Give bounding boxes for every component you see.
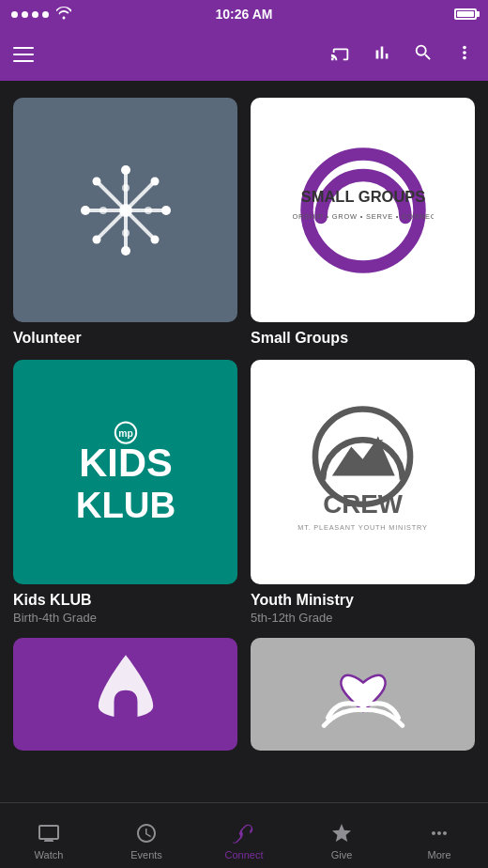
wifi-icon — [56, 7, 71, 23]
svg-text:KLUB: KLUB — [75, 485, 175, 525]
small-groups-item[interactable]: SMALL GROUPS WORSHIP • GROW • SERVE • CO… — [251, 98, 475, 347]
items-grid: Volunteer SMALL GROUPS WORSHIP • GROW • … — [13, 98, 475, 751]
partial-bg-2 — [251, 638, 475, 751]
svg-point-10 — [150, 235, 159, 243]
svg-point-11 — [150, 177, 159, 185]
signal-dot-2 — [22, 11, 28, 18]
svg-text:mp: mp — [118, 428, 133, 439]
signal-dot-1 — [11, 11, 18, 18]
svg-point-14 — [122, 229, 130, 237]
signal-dot-4 — [42, 11, 49, 18]
svg-point-5 — [121, 165, 130, 175]
tab-watch[interactable]: Watch — [0, 812, 98, 860]
svg-point-12 — [92, 235, 100, 243]
youth-ministry-subtitle: 5th-12th Grade — [251, 611, 475, 625]
kids-klub-title: Kids KLUB — [13, 592, 237, 609]
tab-bar: Watch Events Connect Give — [0, 802, 488, 868]
partial-image-1 — [13, 638, 237, 751]
give-tab-icon — [329, 821, 354, 845]
status-bar-left — [11, 7, 71, 23]
status-time: 10:26 AM — [216, 7, 273, 22]
partial-item-1[interactable] — [13, 638, 237, 751]
partial-item-2[interactable] — [251, 638, 475, 751]
svg-point-6 — [121, 246, 130, 256]
battery-icon — [454, 8, 477, 20]
volunteer-bg — [13, 98, 237, 322]
content-area: Volunteer SMALL GROUPS WORSHIP • GROW • … — [0, 81, 488, 802]
header — [0, 28, 488, 81]
tab-give[interactable]: Give — [293, 812, 390, 860]
small-groups-bg: SMALL GROUPS WORSHIP • GROW • SERVE • CO… — [251, 98, 475, 322]
status-bar: 10:26 AM — [0, 0, 488, 28]
tab-more[interactable]: More — [390, 812, 488, 860]
tab-events[interactable]: Events — [98, 812, 195, 860]
youth-ministry-title: Youth Ministry — [251, 592, 475, 609]
svg-text:KIDS: KIDS — [79, 441, 172, 485]
svg-point-16 — [145, 207, 152, 214]
search-icon[interactable] — [413, 42, 434, 67]
watch-tab-label: Watch — [35, 849, 64, 860]
youth-ministry-bg: CREW MT. PLEASANT YOUTH MINISTRY — [251, 360, 475, 584]
give-tab-label: Give — [331, 849, 353, 860]
svg-point-13 — [122, 184, 130, 192]
watch-tab-icon — [37, 821, 61, 845]
svg-text:CREW: CREW — [323, 489, 404, 519]
svg-text:WORSHIP • GROW • SERVE • CONNE: WORSHIP • GROW • SERVE • CONNECT — [293, 212, 434, 221]
youth-ministry-item[interactable]: CREW MT. PLEASANT YOUTH MINISTRY Youth M… — [251, 360, 475, 625]
header-left — [13, 47, 34, 62]
events-tab-icon — [134, 821, 159, 845]
tab-connect[interactable]: Connect — [195, 812, 293, 860]
cast-icon[interactable] — [330, 42, 351, 67]
events-tab-label: Events — [130, 849, 162, 860]
partial-bg-1 — [13, 638, 237, 751]
volunteer-image — [13, 98, 237, 322]
svg-text:MT. PLEASANT YOUTH MINISTRY: MT. PLEASANT YOUTH MINISTRY — [297, 523, 427, 532]
volunteer-item[interactable]: Volunteer — [13, 98, 237, 347]
chart-icon[interactable] — [372, 42, 392, 67]
svg-point-15 — [99, 207, 107, 214]
svg-point-7 — [81, 206, 90, 215]
menu-button[interactable] — [13, 47, 34, 62]
small-groups-title: Small Groups — [251, 330, 475, 347]
svg-point-8 — [161, 206, 171, 215]
more-tab-label: More — [427, 849, 450, 860]
kids-klub-item[interactable]: mp KIDS KLUB Kids KLUB Birth-4th Grade — [13, 360, 237, 625]
kids-klub-bg: mp KIDS KLUB — [13, 360, 237, 584]
connect-tab-label: Connect — [225, 849, 264, 860]
status-bar-right — [454, 8, 477, 20]
svg-text:SMALL GROUPS: SMALL GROUPS — [300, 188, 425, 205]
kids-klub-subtitle: Birth-4th Grade — [13, 611, 237, 625]
small-groups-image: SMALL GROUPS WORSHIP • GROW • SERVE • CO… — [251, 98, 475, 322]
youth-ministry-image: CREW MT. PLEASANT YOUTH MINISTRY — [251, 360, 475, 584]
overflow-menu-icon[interactable] — [454, 42, 475, 67]
volunteer-title: Volunteer — [13, 330, 237, 347]
more-tab-icon — [427, 821, 451, 845]
header-right — [330, 42, 475, 67]
signal-dot-3 — [32, 11, 38, 18]
kids-klub-image: mp KIDS KLUB — [13, 360, 237, 584]
svg-point-9 — [92, 177, 100, 185]
connect-tab-icon — [232, 821, 256, 845]
partial-image-2 — [251, 638, 475, 751]
